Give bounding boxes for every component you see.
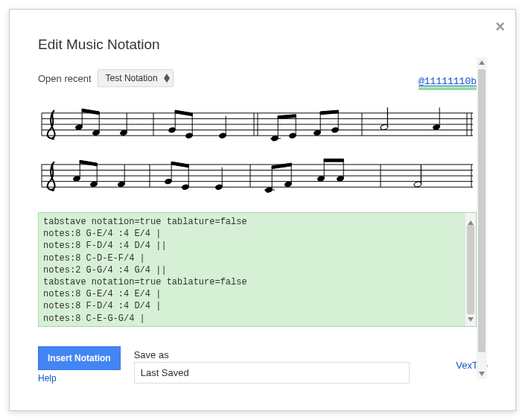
svg-marker-2 <box>479 60 485 65</box>
svg-point-37 <box>314 130 322 136</box>
svg-point-66 <box>182 184 190 190</box>
user-link[interactable]: @11111110b <box>419 76 477 90</box>
svg-marker-36 <box>278 115 296 119</box>
scroll-up-icon[interactable] <box>477 57 487 68</box>
svg-point-16 <box>51 137 54 140</box>
svg-point-29 <box>219 133 227 139</box>
svg-point-24 <box>168 127 176 133</box>
code-editor-wrap <box>38 212 477 327</box>
svg-point-69 <box>215 184 223 190</box>
save-as-label: Save as <box>134 349 445 360</box>
code-scroll-thumb[interactable] <box>467 225 474 314</box>
svg-point-62 <box>118 181 126 187</box>
svg-point-34 <box>289 133 297 139</box>
help-link[interactable]: Help <box>38 373 134 384</box>
insert-notation-button[interactable]: Insert Notation <box>38 346 121 370</box>
svg-marker-81 <box>324 159 343 162</box>
svg-marker-3 <box>479 372 485 376</box>
svg-point-22 <box>120 130 128 136</box>
edit-notation-dialog: × Edit Music Notation Open recent Test N… <box>9 9 516 411</box>
music-notation-preview <box>38 98 477 203</box>
svg-point-64 <box>165 178 173 184</box>
svg-point-79 <box>337 176 345 182</box>
svg-point-39 <box>331 127 340 133</box>
dialog-title: Edit Music Notation <box>38 36 487 53</box>
svg-marker-21 <box>82 109 99 115</box>
scroll-down-icon[interactable] <box>477 369 487 379</box>
notation-code-input[interactable] <box>39 213 476 323</box>
svg-point-19 <box>92 130 101 136</box>
svg-point-57 <box>73 176 81 182</box>
svg-marker-85 <box>468 317 474 322</box>
svg-point-44 <box>433 124 441 130</box>
svg-point-56 <box>51 188 54 191</box>
svg-marker-28 <box>175 110 192 116</box>
svg-point-26 <box>185 133 194 139</box>
svg-point-59 <box>90 181 98 187</box>
main-scrollbar[interactable] <box>477 57 487 379</box>
scroll-thumb[interactable] <box>478 69 486 352</box>
code-scrollbar[interactable] <box>465 213 476 326</box>
svg-marker-41 <box>320 110 338 115</box>
svg-point-77 <box>317 176 325 182</box>
svg-marker-61 <box>80 160 97 166</box>
svg-marker-68 <box>171 162 188 168</box>
svg-point-17 <box>75 124 83 130</box>
svg-marker-76 <box>272 163 291 169</box>
close-icon[interactable]: × <box>495 19 505 35</box>
svg-point-74 <box>284 181 293 187</box>
save-as-input[interactable] <box>134 362 410 384</box>
